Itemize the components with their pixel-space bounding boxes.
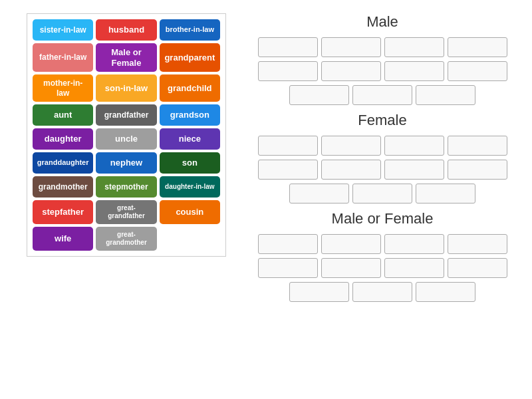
- mof-row2: [258, 258, 507, 278]
- section-male: Male: [246, 13, 519, 105]
- chip-great-grandfather[interactable]: great-grandfather: [96, 200, 156, 224]
- drop-male-2[interactable]: [321, 37, 381, 57]
- drop-mof-3[interactable]: [384, 234, 444, 254]
- chip-father-in-law[interactable]: father-in-law: [33, 43, 93, 72]
- drop-female-9[interactable]: [289, 184, 349, 203]
- drop-female-10[interactable]: [352, 184, 412, 203]
- female-row1: [258, 136, 507, 156]
- drop-male-7[interactable]: [384, 61, 444, 81]
- male-row2: [258, 61, 507, 81]
- drop-mof-10[interactable]: [352, 282, 412, 302]
- chip-grandfather[interactable]: grandfather: [96, 104, 156, 126]
- drop-female-6[interactable]: [321, 160, 381, 180]
- title-male-or-female: Male or Female: [332, 210, 434, 227]
- word-bank: sister-in-law husband brother-in-law fat…: [0, 0, 239, 399]
- chip-grandchild[interactable]: grandchild: [160, 74, 220, 102]
- drop-male-10[interactable]: [352, 85, 412, 105]
- mof-row1: [258, 234, 507, 254]
- chip-grandson[interactable]: grandson: [160, 104, 220, 126]
- chip-daughter-in-law[interactable]: daughter-in-law: [160, 176, 220, 198]
- chip-wife[interactable]: wife: [33, 227, 93, 251]
- drop-mof-1[interactable]: [258, 234, 318, 254]
- drop-mof-5[interactable]: [258, 258, 318, 278]
- chip-son[interactable]: son: [160, 152, 220, 174]
- chip-niece[interactable]: niece: [160, 128, 220, 150]
- drop-mof-2[interactable]: [321, 234, 381, 254]
- male-row3: [289, 85, 475, 105]
- chip-nephew[interactable]: nephew: [96, 152, 156, 174]
- drop-male-11[interactable]: [416, 85, 475, 105]
- male-row1: [258, 37, 507, 57]
- title-male: Male: [366, 13, 398, 31]
- female-row3: [289, 184, 475, 203]
- chip-sister-in-law[interactable]: sister-in-law: [33, 19, 93, 41]
- drop-mof-6[interactable]: [321, 258, 381, 278]
- chip-stepmother[interactable]: stepmother: [96, 176, 156, 198]
- drop-female-4[interactable]: [448, 136, 507, 156]
- drop-female-5[interactable]: [258, 160, 318, 180]
- chip-brother-in-law[interactable]: brother-in-law: [160, 19, 220, 41]
- chip-great-grandmother[interactable]: great-grandmother: [96, 227, 156, 251]
- drop-mof-11[interactable]: [416, 282, 475, 302]
- drop-mof-7[interactable]: [384, 258, 444, 278]
- drop-female-7[interactable]: [384, 160, 444, 180]
- drop-female-2[interactable]: [321, 136, 381, 156]
- drop-male-3[interactable]: [384, 37, 444, 57]
- chip-mother-in-law[interactable]: mother-in-law: [33, 74, 93, 102]
- drop-zones: Male Female: [239, 0, 532, 399]
- chip-aunt[interactable]: aunt: [33, 104, 93, 126]
- drop-male-1[interactable]: [258, 37, 318, 57]
- drop-female-8[interactable]: [448, 160, 507, 180]
- chip-granddaughter[interactable]: granddaughter: [33, 152, 93, 174]
- drop-female-1[interactable]: [258, 136, 318, 156]
- drop-male-6[interactable]: [321, 61, 381, 81]
- drop-female-11[interactable]: [416, 184, 475, 203]
- title-female: Female: [358, 112, 406, 129]
- chip-uncle[interactable]: uncle: [96, 128, 156, 150]
- drop-male-8[interactable]: [448, 61, 507, 81]
- chip-grandparent[interactable]: grandparent: [160, 43, 220, 72]
- chip-cousin[interactable]: cousin: [160, 200, 220, 224]
- drop-male-5[interactable]: [258, 61, 318, 81]
- drop-mof-9[interactable]: [289, 282, 349, 302]
- drop-male-9[interactable]: [289, 85, 349, 105]
- drop-mof-8[interactable]: [448, 258, 507, 278]
- mof-row3: [289, 282, 475, 302]
- female-row2: [258, 160, 507, 180]
- chip-male-or-female[interactable]: Male or Female: [96, 43, 156, 72]
- word-grid: sister-in-law husband brother-in-law fat…: [27, 13, 226, 257]
- section-male-or-female: Male or Female: [246, 210, 519, 302]
- drop-mof-4[interactable]: [448, 234, 507, 254]
- chip-daughter[interactable]: daughter: [33, 128, 93, 150]
- chip-husband[interactable]: husband: [96, 19, 156, 41]
- chip-stepfather[interactable]: stepfather: [33, 200, 93, 224]
- drop-female-3[interactable]: [384, 136, 444, 156]
- drop-male-4[interactable]: [448, 37, 507, 57]
- chip-grandmother[interactable]: grandmother: [33, 176, 93, 198]
- section-female: Female: [246, 112, 519, 203]
- chip-son-in-law[interactable]: son-in-law: [96, 74, 156, 102]
